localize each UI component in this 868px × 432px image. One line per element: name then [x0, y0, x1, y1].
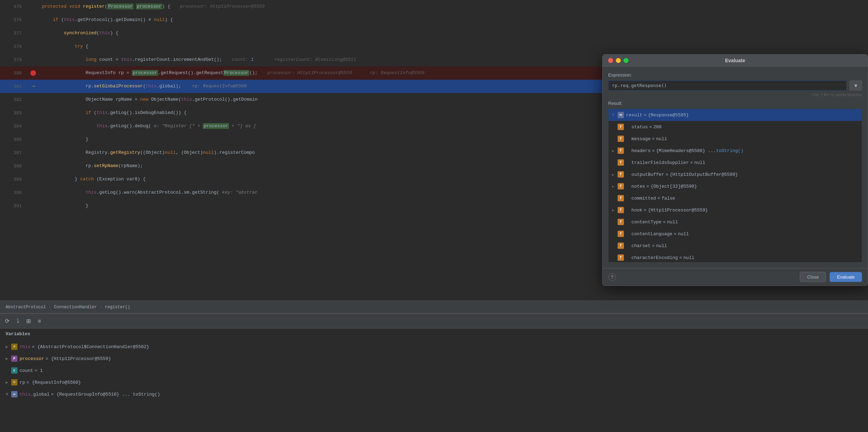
- line-number-385: 385: [0, 137, 28, 142]
- breadcrumb-part-3[interactable]: register(): [105, 305, 130, 310]
- dialog-footer: ? Close Evaluate: [603, 268, 868, 286]
- dialog-titlebar: Evaluate: [603, 55, 868, 67]
- dialog-close-button[interactable]: Close: [800, 272, 826, 282]
- line-number-391: 391: [0, 203, 28, 209]
- result-eq-7: =: [647, 184, 649, 189]
- var-expand-count: ▶: [6, 368, 11, 373]
- result-item-5[interactable]: ▶ f trailerFieldsSupplier = null: [609, 157, 862, 168]
- var-item-rp[interactable]: ▶ = rp = {RequestInfo@5560}: [0, 376, 868, 388]
- debug-step-over-btn[interactable]: ⤵: [14, 317, 21, 326]
- window-controls: [608, 58, 628, 63]
- result-expand-1[interactable]: ▼: [612, 113, 618, 117]
- result-item-2[interactable]: ▶ f status = 200: [609, 121, 862, 133]
- result-item-10[interactable]: ▶ f contentType = null: [609, 216, 862, 228]
- var-item-this-global[interactable]: ▼ ∞ this.global = {RequestGroupInfo@5510…: [0, 388, 868, 400]
- result-item-12[interactable]: ▶ f charset = null: [609, 240, 862, 252]
- variables-content[interactable]: ▶ = this = {AbstractProtocol$ConnectionH…: [0, 339, 868, 432]
- result-icon-2: f: [618, 124, 624, 130]
- execution-arrow: →: [31, 83, 35, 89]
- result-link-4[interactable]: toString(): [716, 148, 744, 153]
- result-name-4: headers: [626, 148, 650, 153]
- evaluate-dialog: Evaluate Expression: ▼ Use ⇧⌘↵ to add to…: [602, 54, 868, 286]
- result-icon-12: f: [618, 243, 624, 249]
- result-name-6: outputBuffer: [626, 172, 664, 177]
- var-item-this[interactable]: ▶ = this = {AbstractProtocol$ConnectionH…: [0, 341, 868, 353]
- result-tree[interactable]: ▼ ∞ result = {Response@5585} ▶ f status …: [608, 109, 862, 262]
- var-value-rp: = {RequestInfo@5560}: [27, 380, 81, 385]
- expression-dropdown-btn[interactable]: ▼: [849, 80, 862, 91]
- dialog-minimize-btn[interactable]: [616, 58, 621, 63]
- result-expand-9[interactable]: ▶: [612, 208, 618, 213]
- expression-input[interactable]: [608, 80, 847, 91]
- breadcrumb-bar: AbstractProtocol › ConnectionHandler › r…: [0, 301, 868, 313]
- help-button[interactable]: ?: [608, 273, 616, 281]
- code-line-378: 378 try {: [0, 40, 868, 53]
- result-item-3[interactable]: ▶ f message = null: [609, 133, 862, 145]
- code-content-376: if (this.getProtocol().getDomain() ≠ nul…: [38, 13, 868, 27]
- result-item-13[interactable]: ▶ f characterEncoding = null: [609, 252, 862, 262]
- dialog-close-btn[interactable]: [608, 58, 613, 63]
- result-name-9: hook: [626, 208, 642, 213]
- dialog-evaluate-button[interactable]: Evaluate: [830, 272, 862, 282]
- code-line-375: 375 protected void register(Processor pr…: [0, 0, 868, 13]
- line-number-388: 388: [0, 164, 28, 169]
- result-value-1: {Response@5585}: [648, 113, 689, 118]
- line-number-387: 387: [0, 150, 28, 156]
- result-item-4[interactable]: ▶ f headers = {MimeHeaders@5588} ... toS…: [609, 145, 862, 157]
- var-expand-rp[interactable]: ▶: [6, 380, 11, 385]
- result-eq-4: =: [652, 148, 655, 153]
- result-item-8[interactable]: ▶ f committed = false: [609, 192, 862, 204]
- var-item-processor[interactable]: ▶ P processor = {Http11Processor@5559}: [0, 353, 868, 365]
- main-layout: 375 protected void register(Processor pr…: [0, 0, 868, 432]
- result-value-10: null: [667, 219, 678, 225]
- line-number-375: 375: [0, 4, 28, 9]
- result-eq-5: =: [690, 160, 693, 165]
- result-icon-4: f: [618, 147, 624, 154]
- result-item-7[interactable]: ▶ f notes = {Object[32]@5590}: [609, 180, 862, 192]
- result-icon-5: f: [618, 159, 624, 166]
- result-icon-11: f: [618, 231, 624, 237]
- result-icon-1: ∞: [618, 112, 624, 118]
- var-value-processor: = {Http11Processor@5559}: [45, 356, 111, 361]
- result-value-13: null: [683, 255, 694, 260]
- result-expand-7[interactable]: ▶: [612, 184, 618, 189]
- result-item-1[interactable]: ▼ ∞ result = {Response@5585}: [609, 109, 862, 121]
- editor-area: 375 protected void register(Processor pr…: [0, 0, 868, 313]
- result-icon-10: f: [618, 219, 624, 225]
- result-item-11[interactable]: ▶ f contentLanguage = null: [609, 228, 862, 240]
- debug-restart-btn[interactable]: ⟳: [3, 316, 12, 326]
- var-expand-processor[interactable]: ▶: [6, 356, 11, 361]
- debug-filter-btn[interactable]: ≡: [36, 317, 43, 326]
- debug-grid-btn[interactable]: ⊞: [24, 316, 33, 326]
- result-icon-3: f: [618, 136, 624, 142]
- result-icon-9: f: [618, 207, 624, 213]
- result-item-9[interactable]: ▶ f hook = {Http11Processor@5559}: [609, 204, 862, 216]
- var-icon-this-global: ∞: [11, 391, 17, 397]
- var-expand-this-global[interactable]: ▼: [6, 392, 11, 397]
- result-expand-8: ▶: [612, 196, 618, 201]
- breakpoint-gutter-380: [28, 70, 38, 76]
- variables-header: Variables: [0, 329, 868, 339]
- result-value-2: 200: [653, 124, 661, 130]
- result-expand-4[interactable]: ▶: [612, 149, 618, 153]
- line-number-377: 377: [0, 31, 28, 36]
- result-expand-12: ▶: [612, 244, 618, 248]
- result-name-13: characterEncoding: [626, 255, 678, 260]
- var-expand-this[interactable]: ▶: [6, 344, 11, 350]
- result-name-2: status: [626, 124, 648, 130]
- result-name-11: contentLanguage: [626, 231, 673, 237]
- result-expand-6[interactable]: ▶: [612, 172, 618, 177]
- dialog-maximize-btn[interactable]: [624, 58, 628, 63]
- result-item-6[interactable]: ▶ f outputBuffer = {Http11OutputBuffer@5…: [609, 168, 862, 180]
- breakpoint-indicator-380: [30, 70, 36, 76]
- breadcrumb-part-2[interactable]: ConnectionHandler: [54, 305, 97, 310]
- line-number-389: 389: [0, 177, 28, 182]
- dialog-footer-left: ?: [608, 272, 796, 282]
- result-value-6: {Http11OutputBuffer@5589}: [670, 172, 738, 177]
- result-name-3: message: [626, 136, 650, 142]
- result-expand-2: ▶: [612, 125, 618, 129]
- result-value-4: {MimeHeaders@5588} ...: [656, 148, 716, 153]
- var-name-count: count: [20, 368, 33, 373]
- var-item-count[interactable]: ▶ c count = 1: [0, 365, 868, 376]
- breadcrumb-part-1[interactable]: AbstractProtocol: [6, 305, 46, 310]
